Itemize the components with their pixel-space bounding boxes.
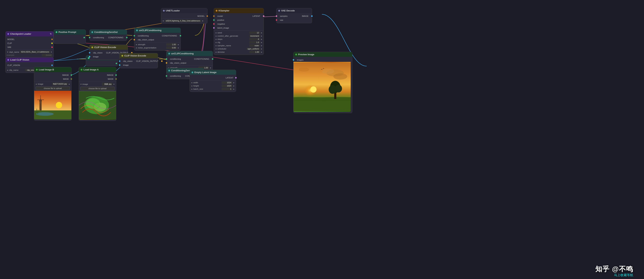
ksampler-scheduler-arrow-left[interactable]: ◄ — [215, 48, 217, 50]
eli-batch-value: 1 — [222, 88, 232, 90]
load-clip-arrow-left[interactable]: ◄ — [6, 69, 8, 71]
svg-point-28 — [335, 85, 342, 92]
lia-image-arrow-right[interactable]: ► — [113, 83, 115, 85]
eli-height-arrow-left[interactable]: ◄ — [191, 85, 192, 87]
lib-upload-btn[interactable]: choose file to upload — [36, 86, 70, 90]
ksampler-sampler-arrow-right[interactable]: ► — [261, 45, 262, 47]
vae-decode-vae-port: vae — [276, 18, 312, 22]
eli-width-arrow-right[interactable]: ► — [233, 82, 235, 84]
lia-image-arrow-left[interactable]: ◄ — [80, 83, 82, 85]
positive-prompt-body — [54, 34, 86, 40]
ksampler-denoise-arrow-right[interactable]: ► — [261, 51, 262, 53]
ksampler-header: KSampler — [214, 8, 264, 13]
ksampler-scheduler-value: sgm_uniform — [246, 47, 260, 50]
unet-dot — [163, 10, 165, 12]
ksampler-steps-arrow-right[interactable]: ► — [261, 38, 262, 40]
ksampler-cfg-arrow-left[interactable]: ◄ — [215, 41, 217, 43]
eli-height-param: ◄ height 1024 ► — [190, 84, 236, 87]
eli-batch-arrow-left[interactable]: ◄ — [191, 88, 192, 90]
eli-height-arrow-right[interactable]: ► — [233, 85, 235, 87]
uc1-strength-arrow-left[interactable]: ◄ — [136, 44, 137, 45]
load-clip-vision-port: CLIP_VISION — [6, 63, 54, 67]
vae-decode-image-out-dot — [311, 15, 312, 17]
vae-decode-header: VAE Decode — [276, 8, 312, 13]
checkpoint-loader-refresh-icon[interactable]: ↻ — [50, 33, 52, 35]
ksampler-denoise-value: 1.00 — [249, 51, 260, 53]
lia-image-value: 抽象.jpg — [102, 83, 112, 86]
czo1-title: ConditioningZeroOut — [94, 31, 118, 33]
eli-dot — [192, 71, 193, 73]
preview-title: Preview Image — [298, 53, 314, 56]
ksampler-title: KSampler — [218, 9, 230, 12]
checkpoint-ckpt-arrow-left[interactable]: ◄ — [6, 51, 8, 53]
ksampler-seed-value: 12 — [249, 31, 260, 34]
checkpoint-ckpt-arrow-right[interactable]: ► — [50, 51, 52, 53]
svg-point-22 — [333, 73, 347, 79]
uc1-noise-arrow-right[interactable]: ► — [178, 47, 180, 49]
lia-title: Load Image A — [84, 68, 99, 71]
svg-point-23 — [299, 67, 309, 71]
cve2-clip-port: clip_vision CLIP_VISION_OUTPUT — [120, 59, 158, 63]
svg-point-3 — [36, 112, 54, 116]
checkpoint-loader-header: Checkpoint Loader ↻ — [6, 31, 54, 36]
ksampler-denoise-arrow-left[interactable]: ◄ — [215, 51, 217, 53]
lia-image-out-dot — [115, 74, 117, 76]
lia-image-param: ◄ image 抽象.jpg ► — [79, 82, 116, 86]
vae-decode-body: samples IMAGE vae — [276, 13, 312, 23]
lib-image-param: ◄ image 晚霞下的风车.jpg ► — [34, 82, 71, 86]
uc1-strength-arrow-right[interactable]: ► — [178, 44, 180, 45]
ksampler-cfg-arrow-right[interactable]: ► — [261, 41, 262, 43]
ksampler-sampler-arrow-left[interactable]: ◄ — [215, 45, 217, 47]
preview-image-node: Preview Image images — [293, 52, 352, 113]
unet-model-dot — [206, 15, 208, 17]
ksampler-model-port: model LATENT — [214, 14, 264, 18]
cve2-body: clip_vision CLIP_VISION_OUTPUT image — [120, 58, 158, 68]
uc1-strength-param: ◄ strength 1.00 ► — [134, 43, 180, 46]
preview-large-image — [294, 62, 351, 112]
lia-abstract-image — [79, 91, 116, 120]
lib-title: Load Image B — [39, 68, 54, 71]
uc1-clip-port: clip_vision_output — [134, 38, 180, 42]
unclip-cond-1-node: unCLIPConditioning conditioning CONDITIO… — [134, 28, 181, 51]
positive-prompt-header: Positive Prompt — [54, 30, 86, 34]
lia-upload-btn[interactable]: choose file to upload — [80, 87, 115, 90]
eli-batch-arrow-right[interactable]: ► — [233, 88, 235, 90]
ksampler-control-arrow-right[interactable]: ► — [261, 35, 262, 37]
lib-image-arrow-right[interactable]: ► — [68, 83, 70, 85]
cve1-header: CLIP Vision Encode — [90, 45, 128, 50]
ksampler-dot — [216, 10, 218, 12]
checkpoint-clip-label: CLIP — [6, 42, 14, 45]
load-clip-vision-dot — [51, 64, 53, 66]
vae-decode-samples-in-dot — [276, 15, 277, 17]
cve1-clip-in-dot — [89, 52, 90, 53]
lia-mask-port: MASK — [79, 77, 116, 81]
czo1-out-dot — [126, 37, 128, 38]
eli-width-value: 1024 — [222, 81, 232, 84]
ksampler-seed-arrow-left[interactable]: ◄ — [215, 32, 217, 34]
ksampler-scheduler-arrow-right[interactable]: ► — [261, 48, 262, 50]
unet-model-arrow-left[interactable]: ◄ — [162, 20, 164, 22]
ksampler-latent-out-dot — [263, 15, 264, 17]
uc1-strength-value: 1.00 — [166, 43, 177, 46]
load-image-b-node: Load Image B IMAGE MASK ◄ image 晚霞下的风车.j… — [34, 67, 72, 121]
lib-image-arrow-left[interactable]: ◄ — [35, 83, 37, 85]
ksampler-control-arrow-left[interactable]: ◄ — [215, 35, 217, 37]
lib-image-value: 晚霞下的风车.jpg — [52, 83, 68, 85]
watermark-sub: 马上收藏等航 — [614, 273, 633, 277]
uc2-strength-arrow-right[interactable]: ► — [210, 67, 212, 69]
cve2-image-in-dot — [119, 64, 120, 66]
uc1-noise-param: ◄ noise_augmentation 0.00 ► — [134, 46, 180, 49]
ksampler-seed-arrow-right[interactable]: ► — [261, 32, 262, 34]
checkpoint-vae-port: VAE — [6, 45, 54, 49]
ksampler-steps-arrow-left[interactable]: ◄ — [215, 38, 217, 40]
eli-width-param: ◄ width 1024 ► — [190, 81, 236, 84]
load-clip-title: Load CLIP Vision — [10, 58, 29, 61]
lib-mask-out-dot — [71, 78, 72, 80]
uc1-noise-arrow-left[interactable]: ◄ — [136, 47, 137, 49]
unet-model-arrow-right[interactable]: ► — [202, 20, 204, 22]
uc1-dot — [136, 29, 138, 31]
ksampler-steps-value: 4 — [249, 38, 260, 40]
eli-width-arrow-left[interactable]: ◄ — [191, 82, 192, 84]
negative-prompt-output — [86, 61, 118, 65]
czo2-dot — [168, 70, 170, 71]
